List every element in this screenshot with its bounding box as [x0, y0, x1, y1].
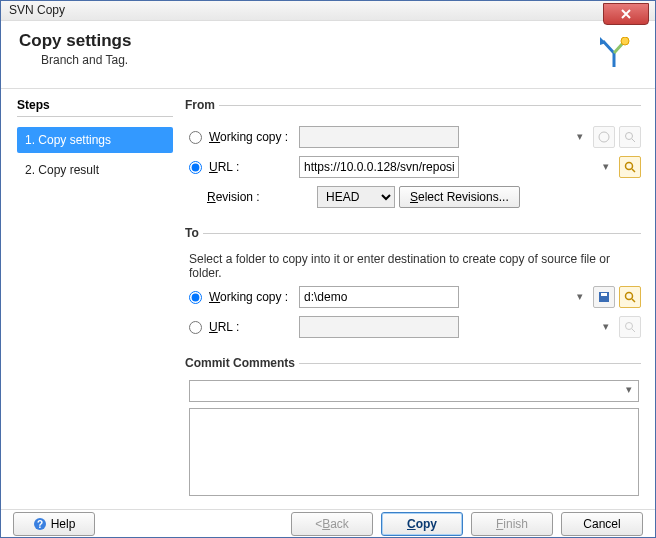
svn-copy-dialog: SVN Copy Copy settings Branch and Tag. S… — [0, 0, 656, 538]
comment-history-dropdown[interactable] — [189, 380, 639, 402]
svg-point-2 — [599, 132, 609, 142]
commit-comments-group: Commit Comments — [181, 356, 641, 499]
browse-icon — [624, 131, 636, 143]
page-title: Copy settings — [19, 31, 131, 51]
from-group: From Working copy : URL : — [181, 98, 641, 216]
from-legend: From — [181, 98, 219, 112]
to-url-radio[interactable] — [189, 321, 202, 334]
svg-point-5 — [626, 163, 633, 170]
svg-line-12 — [632, 329, 635, 332]
svg-line-4 — [632, 139, 635, 142]
to-wc-browse-button[interactable] — [619, 286, 641, 308]
svg-point-11 — [626, 323, 633, 330]
commit-legend: Commit Comments — [181, 356, 299, 370]
title-bar: SVN Copy — [1, 1, 655, 21]
commit-comments-textarea[interactable] — [189, 408, 639, 496]
to-url-label[interactable]: URL : — [209, 320, 239, 334]
help-button[interactable]: ? Help — [13, 512, 95, 536]
to-group: To Select a folder to copy into it or en… — [181, 226, 641, 346]
svg-text:?: ? — [37, 519, 43, 530]
svg-point-1 — [621, 37, 629, 45]
dialog-footer: ? Help < Back Copy Finish Cancel — [1, 509, 655, 537]
svg-rect-8 — [601, 293, 607, 296]
from-url-radio[interactable] — [189, 161, 202, 174]
search-icon — [624, 161, 636, 173]
to-legend: To — [181, 226, 203, 240]
to-url-input — [299, 316, 459, 338]
branch-icon — [597, 37, 631, 74]
close-icon — [621, 9, 631, 19]
revision-select[interactable]: HEAD — [317, 186, 395, 208]
history-icon — [598, 131, 610, 143]
from-url-label[interactable]: URL : — [209, 160, 239, 174]
search-icon — [624, 321, 636, 333]
to-working-copy-radio[interactable] — [189, 291, 202, 304]
from-working-copy-label[interactable]: Working copy : — [209, 130, 288, 144]
search-icon — [624, 291, 636, 303]
to-url-browse-button — [619, 316, 641, 338]
steps-sidebar: Steps 1. Copy settings 2. Copy result — [1, 88, 181, 509]
step-item-copy-result[interactable]: 2. Copy result — [17, 157, 173, 183]
step-item-copy-settings[interactable]: 1. Copy settings — [17, 127, 173, 153]
to-working-copy-input[interactable] — [299, 286, 459, 308]
svg-point-9 — [626, 293, 633, 300]
revision-label: Revision : — [207, 190, 260, 204]
to-working-copy-label[interactable]: Working copy : — [209, 290, 288, 304]
page-subtitle: Branch and Tag. — [41, 53, 131, 67]
steps-heading: Steps — [17, 98, 173, 112]
from-url-input[interactable] — [299, 156, 459, 178]
from-working-copy-radio[interactable] — [189, 131, 202, 144]
copy-button[interactable]: Copy — [381, 512, 463, 536]
from-wc-history-button — [593, 126, 615, 148]
window-title: SVN Copy — [9, 3, 65, 17]
save-icon — [598, 291, 610, 303]
from-wc-browse-button — [619, 126, 641, 148]
to-hint: Select a folder to copy into it or enter… — [189, 252, 641, 280]
svg-line-6 — [632, 169, 635, 172]
svg-point-3 — [626, 133, 633, 140]
cancel-button[interactable]: Cancel — [561, 512, 643, 536]
from-working-copy-input — [299, 126, 459, 148]
finish-button: Finish — [471, 512, 553, 536]
back-button: < Back — [291, 512, 373, 536]
close-button[interactable] — [603, 3, 649, 25]
to-wc-save-button[interactable] — [593, 286, 615, 308]
dialog-header: Copy settings Branch and Tag. — [1, 21, 655, 88]
help-icon: ? — [33, 517, 47, 531]
content-panel: From Working copy : URL : — [181, 88, 655, 509]
svg-line-10 — [632, 299, 635, 302]
select-revisions-button[interactable]: Select Revisions... — [399, 186, 520, 208]
from-url-browse-button[interactable] — [619, 156, 641, 178]
